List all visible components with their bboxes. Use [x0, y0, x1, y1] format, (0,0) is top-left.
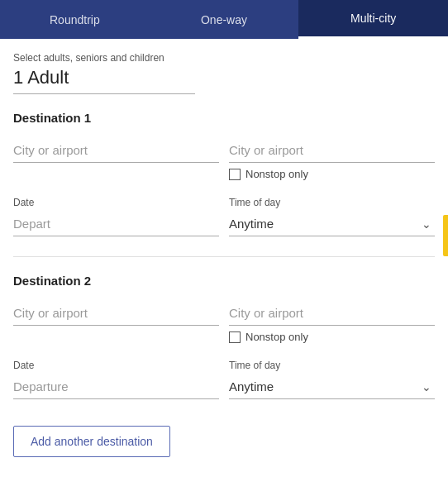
- tab-roundtrip[interactable]: Roundtrip: [0, 0, 150, 39]
- destination-2-from-input[interactable]: [13, 301, 219, 326]
- right-accent-bar: [443, 215, 448, 256]
- destination-1-date-input[interactable]: [13, 212, 219, 236]
- destination-2-time-select[interactable]: Anytime Morning Afternoon Evening Night: [229, 374, 435, 398]
- destination-2-nonstop-checkbox[interactable]: [229, 331, 241, 343]
- tab-multicity[interactable]: Multi-city: [298, 0, 448, 39]
- destination-2-date-row: Date Time of day Anytime Morning Afterno…: [13, 360, 435, 399]
- destination-1-date-row: Date Time of day Anytime Morning Afterno…: [13, 197, 435, 236]
- tab-oneway[interactable]: One-way: [150, 0, 299, 39]
- destination-1-to-col: Nonstop only: [229, 138, 435, 187]
- destination-2-to-col: Nonstop only: [229, 301, 435, 350]
- add-destination-button[interactable]: Add another destination: [13, 426, 170, 457]
- destination-1-nonstop-label: Nonstop only: [245, 168, 308, 180]
- destination-1-nonstop-checkbox[interactable]: [229, 169, 241, 180]
- destination-2-date-input[interactable]: [13, 374, 219, 399]
- destination-2-time-wrapper: Anytime Morning Afternoon Evening Night …: [229, 374, 435, 399]
- destination-2-to-input[interactable]: [229, 301, 435, 326]
- destination-1-nonstop-row: Nonstop only: [229, 168, 435, 180]
- destination-1-block: Destination 1 Nonstop only Date: [13, 111, 435, 236]
- destination-2-block: Destination 2 Nonstop only Date: [13, 274, 435, 399]
- destination-2-time-col: Time of day Anytime Morning Afternoon Ev…: [229, 360, 435, 399]
- destination-1-from-col: [13, 138, 219, 187]
- divider: [13, 256, 435, 257]
- tabs-bar: Roundtrip One-way Multi-city: [0, 0, 448, 39]
- destination-1-time-col: Time of day Anytime Morning Afternoon Ev…: [229, 197, 435, 236]
- destination-1-from-input[interactable]: [13, 138, 219, 163]
- main-content: Select adults, seniors and children 1 Ad…: [0, 39, 448, 477]
- destination-2-header: Destination 2: [13, 274, 435, 288]
- passenger-value[interactable]: 1 Adult: [13, 67, 195, 94]
- destination-2-date-col: Date: [13, 360, 219, 399]
- destination-1-time-wrapper: Anytime Morning Afternoon Evening Night …: [229, 212, 435, 236]
- destination-2-date-label: Date: [13, 360, 219, 371]
- destination-1-date-col: Date: [13, 197, 219, 236]
- destination-2-from-col: [13, 301, 219, 350]
- destination-2-airports-row: Nonstop only: [13, 301, 435, 350]
- destination-2-nonstop-label: Nonstop only: [245, 331, 308, 343]
- destination-1-time-label: Time of day: [229, 197, 435, 208]
- destination-1-date-label: Date: [13, 197, 219, 208]
- destination-1-to-input[interactable]: [229, 138, 435, 163]
- destination-1-header: Destination 1: [13, 111, 435, 125]
- destination-1-time-select[interactable]: Anytime Morning Afternoon Evening Night: [229, 212, 435, 236]
- destination-2-nonstop-row: Nonstop only: [229, 331, 435, 343]
- destination-1-airports-row: Nonstop only: [13, 138, 435, 187]
- destination-2-time-label: Time of day: [229, 360, 435, 371]
- app-container: Roundtrip One-way Multi-city Select adul…: [0, 0, 448, 496]
- passenger-label: Select adults, seniors and children: [13, 52, 435, 64]
